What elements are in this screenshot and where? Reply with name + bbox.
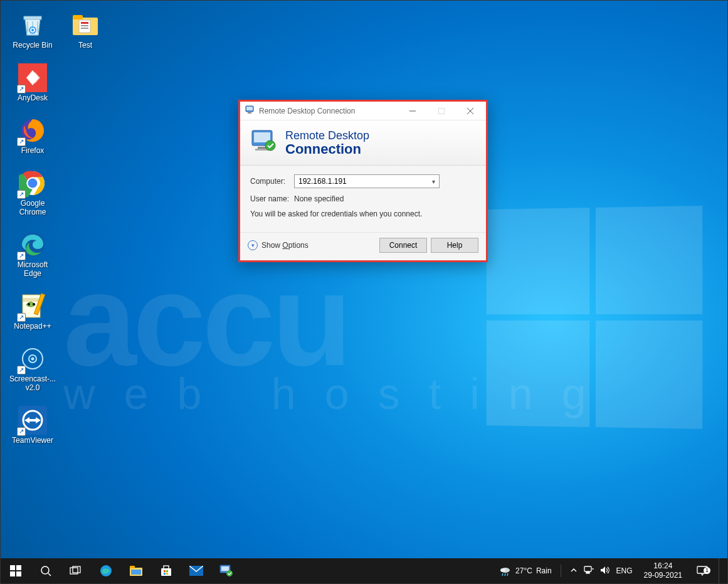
svg-rect-63 [584, 566, 591, 571]
rdc-banner-title-2: Connection [285, 142, 369, 157]
rdc-body: Computer: ▾ User name: None specified Yo… [240, 166, 486, 232]
watermark: accu web hosting [63, 264, 615, 419]
svg-point-57 [226, 570, 233, 576]
computer-combobox[interactable]: ▾ [294, 174, 440, 188]
taskbar-store-icon[interactable] [151, 558, 181, 583]
test-folder-icon[interactable]: Test [62, 11, 108, 50]
watermark-line2: web hosting [63, 369, 615, 419]
weather-temp: 27°C [515, 566, 532, 575]
shortcut-arrow-icon: ↗ [17, 366, 26, 374]
svg-rect-38 [10, 571, 15, 576]
language-indicator[interactable]: ENG [616, 566, 633, 575]
desktop-icons-column-1: Recycle Bin↗AnyDesk↗Firefox↗Google Chrom… [9, 11, 57, 459]
edge-icon-glyph: ↗ [18, 230, 47, 259]
show-desktop-button[interactable] [719, 558, 722, 583]
notepadpp-icon-label: Notepad++ [14, 322, 51, 331]
shortcut-arrow-icon: ↗ [17, 85, 26, 93]
weather-rain-icon [499, 565, 512, 576]
taskbar-clock[interactable]: 16:24 29-09-2021 [640, 561, 686, 580]
svg-rect-39 [16, 571, 21, 576]
weather-text: Rain [536, 566, 552, 575]
system-tray: ENG [570, 566, 633, 576]
recycle-bin-icon-glyph [18, 11, 47, 40]
rdc-titlebar[interactable]: Remote Desktop Connection [240, 102, 486, 120]
notepadpp-icon-glyph: ↗ [18, 292, 47, 321]
taskbar-time: 16:24 [644, 561, 682, 571]
desktop-screen: accu web hosting Recycle Bin↗AnyDesk↗Fir… [0, 0, 728, 584]
tray-chevron-up-icon[interactable] [570, 566, 578, 576]
start-button[interactable] [1, 558, 31, 583]
chevron-down-icon[interactable]: ▾ [428, 178, 439, 185]
svg-point-1 [29, 26, 36, 34]
help-button[interactable]: Help [431, 238, 478, 253]
search-button[interactable] [31, 558, 61, 583]
taskbar-right: 27°C Rain ENG 16:24 29-09-2021 [499, 558, 727, 583]
svg-point-14 [31, 358, 34, 361]
rdc-window: Remote Desktop Connection [238, 100, 488, 262]
svg-rect-25 [246, 107, 253, 110]
firefox-icon[interactable]: ↗Firefox [9, 116, 56, 155]
computer-label: Computer: [250, 177, 294, 186]
chrome-icon[interactable]: ↗Google Chrome [9, 169, 56, 216]
network-icon[interactable] [584, 566, 594, 576]
rdc-banner: Remote Desktop Connection [240, 120, 486, 166]
svg-rect-22 [81, 25, 88, 26]
taskbar-edge-icon[interactable] [91, 558, 121, 583]
svg-rect-53 [166, 573, 168, 575]
notification-badge: 1 [704, 567, 710, 574]
notepadpp-icon[interactable]: ↗Notepad++ [9, 292, 56, 331]
taskbar-mail-icon[interactable] [181, 558, 211, 583]
recycle-bin-icon-label: Recycle Bin [13, 41, 52, 50]
taskbar-left [1, 558, 241, 583]
maximize-button [427, 102, 456, 120]
volume-icon[interactable] [600, 566, 610, 576]
task-view-button[interactable] [61, 558, 91, 583]
credentials-note: You will be asked for credentials when y… [250, 210, 476, 218]
rdc-title-text: Remote Desktop Connection [255, 107, 398, 115]
svg-line-41 [48, 573, 51, 576]
svg-rect-17 [29, 419, 36, 422]
svg-rect-51 [166, 570, 168, 572]
svg-rect-56 [221, 566, 229, 571]
taskbar-explorer-icon[interactable] [121, 558, 151, 583]
recycle-bin-icon[interactable]: Recycle Bin [9, 11, 56, 50]
svg-rect-28 [439, 108, 445, 114]
svg-point-40 [41, 566, 49, 574]
screencast-icon[interactable]: ↗Screencast-... v2.0 [9, 344, 56, 392]
minimize-button[interactable] [398, 102, 427, 120]
username-label: User name: [250, 194, 294, 203]
watermark-line1: accu [63, 264, 615, 376]
chevron-down-circle-icon: ▾ [248, 240, 258, 250]
rdc-footer: ▾ Show Options Connect Help [240, 232, 486, 260]
svg-line-62 [507, 573, 508, 576]
chrome-icon-label: Google Chrome [9, 199, 56, 216]
show-options-toggle[interactable]: ▾ Show Options [248, 240, 309, 250]
teamviewer-icon[interactable]: ↗TeamViewer [9, 406, 56, 445]
connect-button[interactable]: Connect [379, 238, 427, 253]
wallpaper-windows-logo [487, 206, 709, 435]
rdc-banner-icon [249, 127, 279, 159]
svg-rect-19 [73, 15, 83, 19]
chrome-icon-glyph: ↗ [18, 169, 47, 198]
firefox-icon-glyph: ↗ [18, 116, 47, 145]
svg-rect-23 [81, 28, 88, 29]
teamviewer-icon-label: TeamViewer [12, 436, 53, 445]
svg-rect-46 [130, 566, 135, 568]
svg-rect-21 [81, 22, 88, 24]
taskbar-rdc-icon[interactable] [211, 558, 241, 583]
close-button[interactable] [456, 102, 485, 120]
rdc-banner-title-1: Remote Desktop [285, 129, 369, 142]
test-folder-icon-glyph [71, 11, 100, 40]
taskbar: 27°C Rain ENG 16:24 29-09-2021 [1, 558, 727, 583]
anydesk-icon-label: AnyDesk [18, 93, 48, 102]
svg-rect-0 [24, 16, 41, 19]
shortcut-arrow-icon: ↗ [17, 427, 26, 436]
action-center-button[interactable]: 1 [694, 566, 711, 576]
computer-input[interactable] [295, 175, 428, 188]
svg-line-61 [505, 573, 505, 576]
weather-widget[interactable]: 27°C Rain [499, 565, 552, 576]
anydesk-icon[interactable]: ↗AnyDesk [9, 63, 56, 102]
edge-icon[interactable]: ↗Microsoft Edge [9, 230, 56, 278]
desktop-icons-column-2: Test [62, 11, 110, 63]
svg-rect-37 [16, 565, 21, 570]
